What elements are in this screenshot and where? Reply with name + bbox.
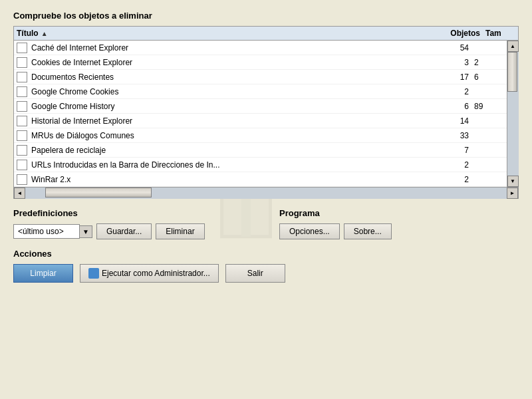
row-checkbox-9[interactable]	[17, 174, 27, 185]
table-row: MRUs de Diálogos Comunes 33	[14, 128, 507, 143]
table-scroll-area: Caché del Internet Explorer 54 Cookies d…	[14, 41, 518, 187]
section-title: Compruebe los objetos a eliminar	[13, 11, 519, 21]
vertical-scrollbar[interactable]: ▲ ▼	[507, 41, 518, 187]
h-scroll-thumb[interactable]	[45, 188, 152, 198]
dropdown-arrow-btn[interactable]: ▼	[80, 225, 92, 238]
table-row: URLs Introducidas en la Barra de Direcci…	[14, 158, 507, 172]
sobre-button[interactable]: Sobre...	[344, 223, 392, 239]
row-objetos-3: 2	[428, 87, 474, 96]
row-checkbox-0[interactable]	[17, 43, 27, 53]
row-objetos-1: 3	[428, 58, 474, 67]
h-scroll-track	[25, 188, 507, 199]
row-label-3: Google Chrome Cookies	[31, 87, 428, 96]
programa-controls: Opciones... Sobre...	[279, 223, 519, 239]
row-label-9: WinRar 2.x	[31, 175, 428, 184]
row-checkbox-4[interactable]	[17, 101, 27, 112]
limpiar-button[interactable]: Limpiar	[13, 264, 73, 283]
row-label-6: MRUs de Diálogos Comunes	[31, 131, 428, 140]
row-label-0: Caché del Internet Explorer	[31, 43, 428, 53]
row-tam-2: 6	[474, 72, 504, 82]
acciones-buttons: Limpiar Ejecutar como Administrador... S…	[13, 264, 519, 283]
eliminar-button[interactable]: Eliminar	[156, 223, 204, 239]
programa-title: Programa	[279, 208, 519, 218]
guardar-button[interactable]: Guardar...	[96, 223, 152, 239]
row-label-4: Google Chrome History	[31, 102, 428, 111]
table-header: Título ▲ Objetos Tam	[14, 27, 518, 41]
row-checkbox-8[interactable]	[17, 160, 27, 170]
acciones-title: Acciones	[13, 249, 519, 259]
row-checkbox-1[interactable]	[17, 57, 27, 68]
predefiniciones-dropdown[interactable]: <último uso>	[13, 224, 80, 239]
table-row: Google Chrome History 6 89	[14, 99, 507, 114]
row-checkbox-2[interactable]	[17, 72, 27, 82]
scroll-left-btn[interactable]: ◄	[14, 188, 25, 199]
ejecutar-button[interactable]: Ejecutar como Administrador...	[80, 264, 219, 283]
row-label-1: Cookies de Internet Explorer	[31, 58, 428, 67]
row-objetos-8: 2	[428, 160, 474, 170]
scroll-up-btn[interactable]: ▲	[507, 41, 519, 52]
row-objetos-6: 33	[428, 131, 474, 140]
col-tam-header: Tam	[485, 29, 515, 38]
row-checkbox-6[interactable]	[17, 130, 27, 141]
row-objetos-9: 2	[428, 175, 474, 184]
scroll-track	[507, 52, 519, 176]
row-label-8: URLs Introducidas en la Barra de Direcci…	[31, 160, 428, 170]
table-row: Caché del Internet Explorer 54	[14, 41, 507, 55]
salir-button[interactable]: Salir	[225, 264, 285, 283]
row-objetos-2: 17	[428, 72, 474, 82]
row-label-5: Historial de Internet Explorer	[31, 116, 428, 126]
row-checkbox-3[interactable]	[17, 86, 27, 97]
horizontal-scrollbar[interactable]: ◄ ►	[14, 187, 518, 198]
ejecutar-label: Ejecutar como Administrador...	[102, 269, 210, 278]
col-objetos-header: Objetos	[439, 29, 485, 38]
table-row: Historial de Internet Explorer 14	[14, 114, 507, 128]
two-col-section: Predefiniciones <último uso> ▼ Guardar..…	[13, 208, 519, 239]
row-objetos-5: 14	[428, 116, 474, 126]
scroll-right-btn[interactable]: ►	[507, 188, 518, 199]
predefiniciones-section: Predefiniciones <último uso> ▼ Guardar..…	[13, 208, 253, 239]
scroll-down-btn[interactable]: ▼	[507, 176, 519, 187]
row-label-2: Documentos Recientes	[31, 72, 428, 82]
opciones-button[interactable]: Opciones...	[279, 223, 340, 239]
table-row: WinRar 2.x 2	[14, 172, 507, 187]
dropdown-wrapper: <último uso> ▼	[13, 224, 92, 239]
sort-arrow-icon: ▲	[41, 30, 48, 37]
row-checkbox-7[interactable]	[17, 145, 27, 156]
table-row: Cookies de Internet Explorer 3 2	[14, 55, 507, 70]
row-objetos-4: 6	[428, 102, 474, 111]
scroll-thumb[interactable]	[507, 52, 517, 92]
row-objetos-7: 7	[428, 146, 474, 155]
table-rows: Caché del Internet Explorer 54 Cookies d…	[14, 41, 507, 187]
row-label-7: Papelera de reciclaje	[31, 146, 428, 155]
ejecutar-icon	[88, 268, 99, 279]
table-row: Google Chrome Cookies 2	[14, 84, 507, 99]
acciones-section: Acciones Limpiar Ejecutar como Administr…	[13, 249, 519, 283]
row-objetos-0: 54	[428, 43, 474, 53]
row-checkbox-5[interactable]	[17, 116, 27, 126]
predefiniciones-controls: <último uso> ▼ Guardar... Eliminar	[13, 223, 253, 239]
table-row: Papelera de reciclaje 7	[14, 143, 507, 158]
objects-table: Título ▲ Objetos Tam Caché del Internet …	[13, 26, 519, 199]
row-tam-4: 89	[474, 102, 504, 111]
predefiniciones-title: Predefiniciones	[13, 208, 253, 218]
main-container: Compruebe los objetos a eliminar Título …	[0, 0, 532, 399]
table-row: Documentos Recientes 17 6	[14, 70, 507, 84]
col-titulo-header: Título ▲	[17, 29, 439, 38]
programa-section: Programa Opciones... Sobre...	[279, 208, 519, 239]
row-tam-1: 2	[474, 58, 504, 67]
